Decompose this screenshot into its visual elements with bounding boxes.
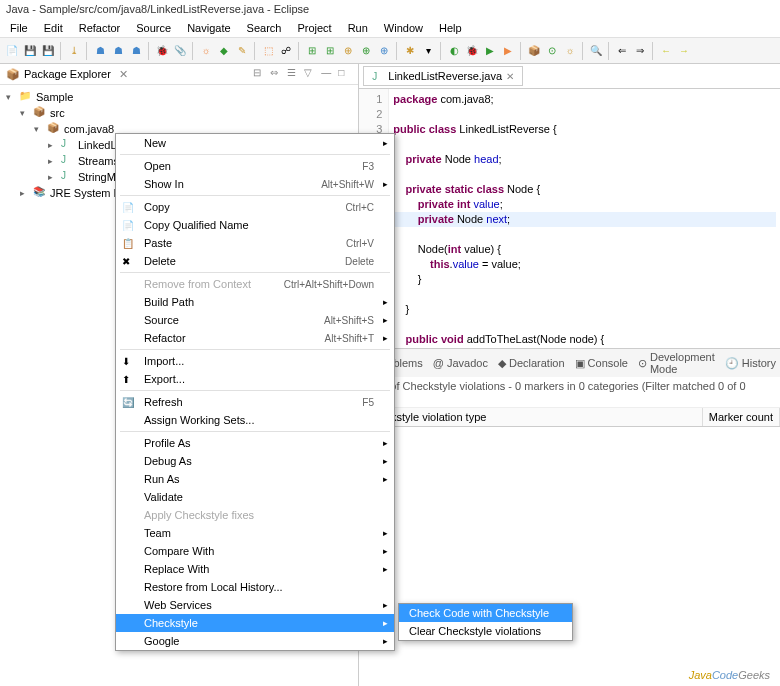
tool-icon[interactable]: ⊕ (340, 43, 356, 59)
tool-icon[interactable]: ⊕ (376, 43, 392, 59)
ctx-item[interactable]: OpenF3 (116, 157, 394, 175)
maximize-icon[interactable]: □ (338, 67, 352, 81)
tab-devmode[interactable]: ⊙Development Mode (638, 351, 715, 375)
menu-file[interactable]: File (2, 20, 36, 36)
profile-icon[interactable]: ◐ (446, 43, 462, 59)
tab-declaration[interactable]: ◆Declaration (498, 351, 565, 375)
save-icon[interactable]: 💾 (22, 43, 38, 59)
tool-icon[interactable]: ☗ (110, 43, 126, 59)
minimize-icon[interactable]: — (321, 67, 335, 81)
ctx-item[interactable]: Build Path▸ (116, 293, 394, 311)
menu-search[interactable]: Search (239, 20, 290, 36)
tool-icon[interactable]: ☍ (278, 43, 294, 59)
menu-icon[interactable]: ▽ (304, 67, 318, 81)
tool-icon[interactable]: ⊞ (322, 43, 338, 59)
tab-console[interactable]: ▣Console (575, 351, 628, 375)
debug-icon[interactable]: 🐞 (154, 43, 170, 59)
context-menu[interactable]: New▸OpenF3Show InAlt+Shift+W▸📄CopyCtrl+C… (115, 133, 395, 651)
close-view-icon[interactable]: ✕ (119, 68, 128, 81)
code-content[interactable]: package com.java8; public class LinkedLi… (389, 89, 780, 348)
ctx-item[interactable]: ✖DeleteDelete (116, 252, 394, 270)
col-violation-type[interactable]: Checkstyle violation type (359, 408, 702, 426)
submenu-item[interactable]: Check Code with Checkstyle (399, 604, 572, 622)
tool-icon[interactable]: ✎ (234, 43, 250, 59)
ctx-item[interactable]: Web Services▸ (116, 596, 394, 614)
tool-icon[interactable]: ◆ (216, 43, 232, 59)
tool-icon[interactable]: ⬚ (260, 43, 276, 59)
ctx-item[interactable]: SourceAlt+Shift+S▸ (116, 311, 394, 329)
ctx-item[interactable]: Google▸ (116, 632, 394, 650)
violations-summary: view of Checkstyle violations - 0 marker… (359, 377, 780, 408)
tool-icon[interactable]: 📎 (172, 43, 188, 59)
checkstyle-submenu[interactable]: Check Code with CheckstyleClear Checksty… (398, 603, 573, 641)
ctx-item[interactable]: 🔄RefreshF5 (116, 393, 394, 411)
decl-icon: ◆ (498, 357, 506, 370)
new-icon[interactable]: 📄 (4, 43, 20, 59)
ctx-item[interactable]: Restore from Local History... (116, 578, 394, 596)
package-explorer-icon: 📦 (6, 68, 20, 81)
coverage-icon[interactable]: ▶ (500, 43, 516, 59)
violations-table-header: Checkstyle violation type Marker count (359, 408, 780, 427)
close-tab-icon[interactable]: ✕ (506, 71, 514, 82)
tool-icon[interactable]: ⊕ (358, 43, 374, 59)
ctx-item[interactable]: Show InAlt+Shift+W▸ (116, 175, 394, 193)
ctx-item[interactable]: Compare With▸ (116, 542, 394, 560)
col-marker-count[interactable]: Marker count (703, 408, 780, 426)
ctx-item[interactable]: ⬆Export... (116, 370, 394, 388)
ctx-item[interactable]: 📋PasteCtrl+V (116, 234, 394, 252)
ctx-item[interactable]: 📄CopyCtrl+C (116, 198, 394, 216)
tool-icon[interactable]: ☗ (128, 43, 144, 59)
filter-icon[interactable]: ☰ (287, 67, 301, 81)
nav-icon[interactable]: ⇐ (614, 43, 630, 59)
tool-icon[interactable]: ☼ (198, 43, 214, 59)
menu-project[interactable]: Project (289, 20, 339, 36)
link-icon[interactable]: ⇔ (270, 67, 284, 81)
ctx-item[interactable]: Debug As▸ (116, 452, 394, 470)
save-all-icon[interactable]: 💾 (40, 43, 56, 59)
skip-icon[interactable]: ⤓ (66, 43, 82, 59)
menu-window[interactable]: Window (376, 20, 431, 36)
submenu-item[interactable]: Clear Checkstyle violations (399, 622, 572, 640)
toolbar: 📄 💾 💾 ⤓ ☗ ☗ ☗ 🐞 📎 ☼ ◆ ✎ ⬚ ☍ ⊞ ⊞ ⊕ ⊕ ⊕ ✱ … (0, 38, 780, 64)
ctx-item[interactable]: Profile As▸ (116, 434, 394, 452)
menu-refactor[interactable]: Refactor (71, 20, 129, 36)
type-icon[interactable]: ⊙ (544, 43, 560, 59)
ctx-item[interactable]: Validate (116, 488, 394, 506)
collapse-icon[interactable]: ⊟ (253, 67, 267, 81)
tool-icon[interactable]: ▾ (420, 43, 436, 59)
ctx-item[interactable]: 📄Copy Qualified Name (116, 216, 394, 234)
bottom-view-tabs: ⚠Problems @Javadoc ◆Declaration ▣Console… (359, 348, 780, 377)
ctx-item[interactable]: Team▸ (116, 524, 394, 542)
search-icon[interactable]: 🔍 (588, 43, 604, 59)
tool-icon[interactable]: ☼ (562, 43, 578, 59)
ctx-item[interactable]: Run As▸ (116, 470, 394, 488)
back-icon[interactable]: ← (658, 43, 674, 59)
menu-navigate[interactable]: Navigate (179, 20, 238, 36)
tab-history[interactable]: 🕘History (725, 351, 776, 375)
ext-icon[interactable]: 📦 (526, 43, 542, 59)
nav-icon[interactable]: ⇒ (632, 43, 648, 59)
menu-source[interactable]: Source (128, 20, 179, 36)
ctx-item[interactable]: Replace With▸ (116, 560, 394, 578)
ctx-item[interactable]: New▸ (116, 134, 394, 152)
editor-panel: J LinkedListReverse.java ✕ 1234567891011… (359, 64, 780, 686)
tool-icon[interactable]: ☗ (92, 43, 108, 59)
ctx-item[interactable]: Checkstyle▸ (116, 614, 394, 632)
window-title: Java - Sample/src/com/java8/LinkedListRe… (0, 0, 780, 18)
ctx-item[interactable]: ⬇Import... (116, 352, 394, 370)
tab-javadoc[interactable]: @Javadoc (433, 351, 488, 375)
tool-icon[interactable]: ⊞ (304, 43, 320, 59)
menu-edit[interactable]: Edit (36, 20, 71, 36)
menu-help[interactable]: Help (431, 20, 470, 36)
menu-run[interactable]: Run (340, 20, 376, 36)
editor-tab[interactable]: J LinkedListReverse.java ✕ (363, 66, 523, 86)
tool-icon[interactable]: ✱ (402, 43, 418, 59)
debug-run-icon[interactable]: 🐞 (464, 43, 480, 59)
run-icon[interactable]: ▶ (482, 43, 498, 59)
code-editor[interactable]: 1234567891011121314151617181920212223242… (359, 89, 780, 348)
package-explorer-title: Package Explorer (24, 68, 111, 80)
ctx-item[interactable]: Assign Working Sets... (116, 411, 394, 429)
ctx-item: Apply Checkstyle fixes (116, 506, 394, 524)
fwd-icon[interactable]: → (676, 43, 692, 59)
ctx-item[interactable]: RefactorAlt+Shift+T▸ (116, 329, 394, 347)
